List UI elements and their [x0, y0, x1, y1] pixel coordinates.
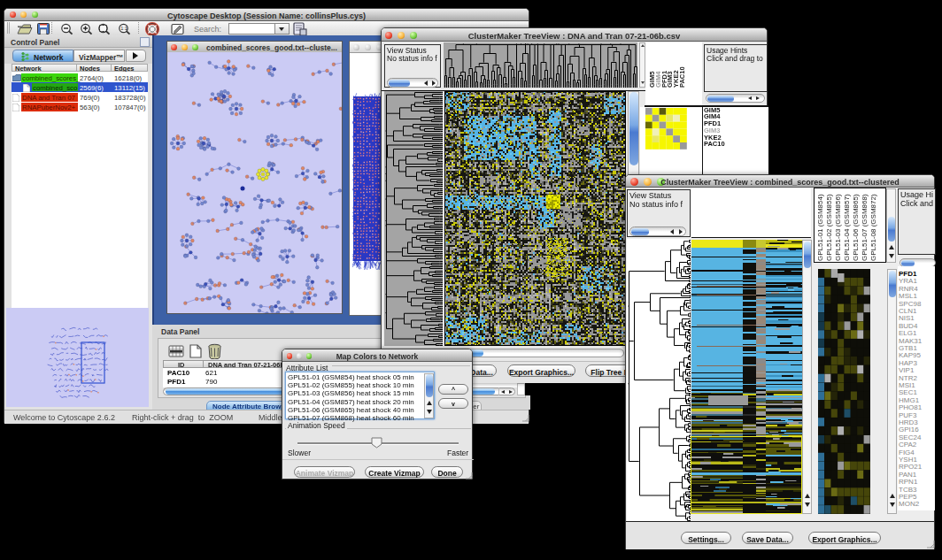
svg-text:1:1: 1:1: [120, 26, 127, 31]
